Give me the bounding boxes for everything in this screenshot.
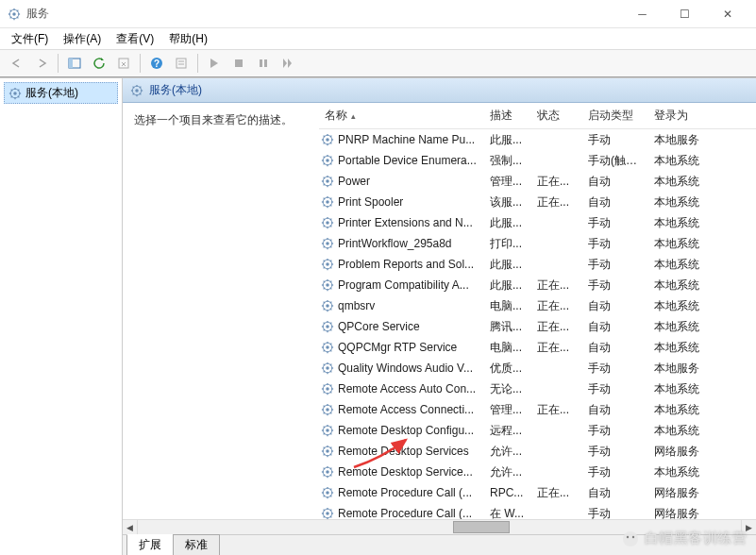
service-status-cell: 正在... xyxy=(531,298,582,314)
service-name-text: PNRP Machine Name Pu... xyxy=(338,133,475,146)
service-name-cell: Quality Windows Audio V... xyxy=(319,362,484,375)
gear-icon xyxy=(321,424,334,437)
service-logon-cell: 本地系统 xyxy=(648,402,716,418)
app-icon xyxy=(8,8,21,21)
service-row[interactable]: Remote Access Auto Con...无论...手动本地系统 xyxy=(319,378,756,399)
svg-point-22 xyxy=(626,535,628,537)
column-status[interactable]: 状态 xyxy=(531,103,582,128)
column-desc[interactable]: 描述 xyxy=(484,103,531,128)
service-name-cell: QQPCMgr RTP Service xyxy=(319,341,484,354)
service-status-cell: 正在... xyxy=(531,340,582,356)
description-pane: 选择一个项目来查看它的描述。 xyxy=(123,103,319,519)
column-name[interactable]: 名称▴ xyxy=(319,103,484,128)
tree-node-services-local[interactable]: 服务(本地) xyxy=(4,82,118,104)
service-start-cell: 手动(触发... xyxy=(582,153,648,169)
service-row[interactable]: Remote Desktop Services允许...手动网络服务 xyxy=(319,441,756,462)
service-name-text: Problem Reports and Sol... xyxy=(338,258,474,271)
menu-file[interactable]: 文件(F) xyxy=(6,29,54,49)
maximize-button[interactable]: ☐ xyxy=(664,1,706,27)
nav-forward-button[interactable] xyxy=(30,52,53,75)
gear-icon xyxy=(321,465,334,479)
service-start-cell: 手动 xyxy=(582,236,648,252)
service-logon-cell: 本地系统 xyxy=(648,423,716,439)
gear-icon xyxy=(321,507,334,519)
service-desc-cell: 打印... xyxy=(484,236,531,252)
service-desc-cell: 电脑... xyxy=(484,340,531,356)
service-desc-cell: 此服... xyxy=(484,278,531,294)
service-name-text: Printer Extensions and N... xyxy=(338,216,473,229)
service-start-cell: 自动 xyxy=(582,485,648,501)
nav-back-button[interactable] xyxy=(6,52,28,75)
svg-rect-11 xyxy=(69,59,73,68)
service-logon-cell: 网络服务 xyxy=(648,485,716,501)
gear-icon xyxy=(321,175,334,188)
help-button[interactable]: ? xyxy=(145,52,168,75)
service-desc-cell: 腾讯... xyxy=(484,319,531,335)
service-start-cell: 手动 xyxy=(582,215,648,231)
service-row[interactable]: Remote Procedure Call (...在 W...手动网络服务 xyxy=(319,503,756,519)
service-name-cell: PrintWorkflow_295a8d xyxy=(319,237,484,250)
service-name-text: Program Compatibility A... xyxy=(338,278,469,292)
service-desc-cell: 此服... xyxy=(484,132,531,148)
service-row[interactable]: Portable Device Enumera...强制...手动(触发...本… xyxy=(319,150,756,171)
service-logon-cell: 网络服务 xyxy=(648,506,716,520)
services-list[interactable]: 名称▴ 描述 状态 启动类型 登录为 PNRP Machine Name Pu.… xyxy=(319,103,756,519)
column-start[interactable]: 启动类型 xyxy=(582,103,648,128)
service-name-cell: Print Spooler xyxy=(319,195,484,209)
service-row[interactable]: Problem Reports and Sol...此服...手动本地系统 xyxy=(319,254,756,275)
service-row[interactable]: Remote Desktop Configu...远程...手动本地系统 xyxy=(319,420,756,441)
service-logon-cell: 本地系统 xyxy=(648,174,716,190)
service-start-cell: 手动 xyxy=(582,361,648,377)
service-start-cell: 手动 xyxy=(582,257,648,273)
service-row[interactable]: QQPCMgr RTP Service电脑...正在...自动本地系统 xyxy=(319,337,756,358)
service-name-cell: Portable Device Enumera... xyxy=(319,154,484,167)
tab-standard[interactable]: 标准 xyxy=(173,534,220,555)
menu-help[interactable]: 帮助(H) xyxy=(163,29,213,49)
service-row[interactable]: Remote Desktop Service...允许...手动本地系统 xyxy=(319,462,756,482)
service-row[interactable]: Printer Extensions and N...此服...手动本地系统 xyxy=(319,212,756,233)
show-hide-tree-button[interactable] xyxy=(63,52,86,75)
service-row[interactable]: Power管理...正在...自动本地系统 xyxy=(319,171,756,192)
menu-view[interactable]: 查看(V) xyxy=(110,29,160,49)
service-start-cell: 自动 xyxy=(582,194,648,210)
service-row[interactable]: qmbsrv电脑...正在...自动本地系统 xyxy=(319,295,756,316)
minimize-button[interactable]: ─ xyxy=(621,1,664,27)
service-desc-cell: 在 W... xyxy=(484,506,531,520)
service-row[interactable]: PNRP Machine Name Pu...此服...手动本地服务 xyxy=(319,129,756,150)
service-desc-cell: 允许... xyxy=(484,444,531,460)
service-start-cell: 自动 xyxy=(582,340,648,356)
start-service-button[interactable] xyxy=(203,52,226,75)
pause-service-button[interactable] xyxy=(252,52,275,75)
service-start-cell: 手动 xyxy=(582,423,648,439)
service-status-cell: 正在... xyxy=(531,402,582,418)
service-row[interactable]: Remote Procedure Call (...RPC...正在...自动网… xyxy=(319,482,756,503)
service-desc-cell: 允许... xyxy=(484,464,531,480)
service-start-cell: 手动 xyxy=(582,278,648,294)
service-row[interactable]: Print Spooler该服...正在...自动本地系统 xyxy=(319,192,756,212)
export-list-button[interactable] xyxy=(112,52,135,75)
restart-service-button[interactable] xyxy=(277,52,299,75)
refresh-button[interactable] xyxy=(88,52,110,75)
service-row[interactable]: Remote Access Connecti...管理...正在...自动本地系… xyxy=(319,399,756,420)
gear-icon xyxy=(321,362,334,375)
scroll-left-button[interactable]: ◀ xyxy=(123,520,138,534)
tab-extended[interactable]: 扩展 xyxy=(126,534,174,555)
service-start-cell: 自动 xyxy=(582,319,648,335)
service-row[interactable]: Program Compatibility A...此服...正在...手动本地… xyxy=(319,275,756,295)
service-desc-cell: 优质... xyxy=(484,361,531,377)
service-desc-cell: 管理... xyxy=(484,402,531,418)
service-row[interactable]: PrintWorkflow_295a8d打印...手动本地系统 xyxy=(319,233,756,254)
column-logon[interactable]: 登录为 xyxy=(648,103,716,128)
service-row[interactable]: QPCore Service腾讯...正在...自动本地系统 xyxy=(319,316,756,337)
menu-action[interactable]: 操作(A) xyxy=(58,29,107,49)
close-button[interactable]: ✕ xyxy=(706,1,748,27)
properties-button[interactable] xyxy=(170,52,193,75)
service-row[interactable]: Quality Windows Audio V...优质...手动本地服务 xyxy=(319,358,756,378)
service-desc-cell: 远程... xyxy=(484,423,531,439)
scroll-thumb[interactable] xyxy=(453,521,510,533)
service-desc-cell: 无论... xyxy=(484,381,531,397)
gear-icon xyxy=(321,320,334,333)
stop-service-button[interactable] xyxy=(227,52,250,75)
svg-text:?: ? xyxy=(154,59,160,69)
service-logon-cell: 网络服务 xyxy=(648,444,716,460)
